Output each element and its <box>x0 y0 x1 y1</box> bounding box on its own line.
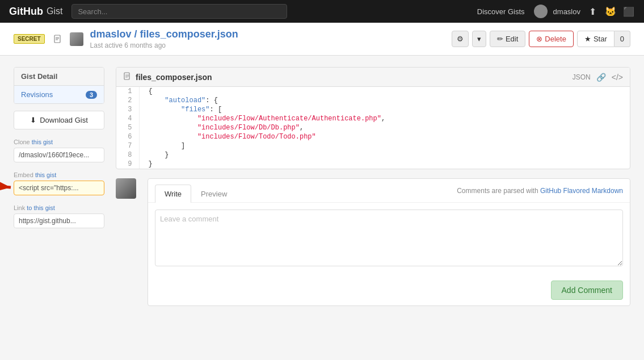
line-code: ] <box>139 141 630 150</box>
avatar <box>534 5 548 18</box>
header-username: dmaslov <box>553 7 580 16</box>
star-button[interactable]: ★ Star <box>577 31 614 47</box>
table-row: 2 "autoload": { <box>116 96 630 105</box>
line-code: } <box>139 150 630 160</box>
line-code: "includes/Flow/Todo/Todo.php" <box>139 132 630 141</box>
pencil-icon: ✏ <box>497 35 503 43</box>
clone-section: Clone this gist <box>14 139 104 165</box>
table-row: 3 "files": [ <box>116 105 630 114</box>
file-box: files_composer.json JSON 🔗 </> 1 { 2 <box>116 67 630 169</box>
code-table: 1 { 2 "autoload": { 3 "files": [ <box>116 87 630 169</box>
line-code: "autoload": { <box>139 96 630 105</box>
user-avatar <box>70 32 83 46</box>
line-code: "includes/Flow/Authenticate/Authenticate… <box>139 114 630 123</box>
table-row: 8 } <box>116 150 630 160</box>
file-name: files_composer.json <box>136 73 212 82</box>
gist-username: dmaslov <box>90 28 132 40</box>
table-row: 6 "includes/Flow/Todo/Todo.php" <box>116 132 630 141</box>
delete-button[interactable]: ⊗ Delete <box>529 31 574 47</box>
red-arrow <box>0 175 16 203</box>
search-input[interactable] <box>71 4 287 19</box>
comment-parsed-info: Comments are parsed with GitHub Flavored… <box>457 187 623 200</box>
line-number: 4 <box>116 114 139 123</box>
gfm-link[interactable]: GitHub Flavored Markdown <box>540 187 623 195</box>
discover-gists-link[interactable]: Discover Gists <box>477 7 525 16</box>
header-actions: dmaslov ⬆ 🐱 ⬛ <box>534 5 635 18</box>
link-section: Link to this gist <box>14 204 104 231</box>
logo: GitHub Gist <box>9 6 62 18</box>
line-code: "files": [ <box>139 105 630 114</box>
revisions-count: 3 <box>86 91 97 99</box>
sidebar: Gist Detail Revisions 3 ⬇ Download Gist … <box>14 67 104 306</box>
last-active: Last active 6 months ago <box>90 41 238 49</box>
comment-row: Write Preview Comments are parsed with G… <box>116 178 630 306</box>
main-layout: Gist Detail Revisions 3 ⬇ Download Gist … <box>0 56 644 317</box>
clone-label: Clone this gist <box>14 139 104 145</box>
circle-x-icon: ⊗ <box>536 35 542 43</box>
download-icon: ⬇ <box>30 116 36 124</box>
link-highlight: to this gist <box>27 204 55 211</box>
sidebar-nav: Gist Detail Revisions 3 <box>14 67 104 104</box>
octocat-icon[interactable]: 🐱 <box>604 5 617 18</box>
revisions-label: Revisions <box>21 90 53 99</box>
add-comment-button[interactable]: Add Comment <box>551 281 623 300</box>
file-box-actions: JSON 🔗 </> <box>573 73 623 82</box>
upload-icon[interactable]: ⬆ <box>586 5 599 18</box>
gist-filename: files_composer.json <box>140 28 238 40</box>
comment-header: Write Preview Comments are parsed with G… <box>148 179 630 203</box>
preview-tab[interactable]: Preview <box>191 185 237 203</box>
edit-button[interactable]: ✏ Edit <box>490 31 525 47</box>
star-group: ★ Star 0 <box>577 31 630 47</box>
sidebar-section-title: Gist Detail <box>14 68 104 86</box>
embed-highlight: this gist <box>35 171 56 178</box>
settings-button[interactable]: ⚙ <box>452 31 469 47</box>
signout-icon[interactable]: ⬛ <box>622 5 635 18</box>
comment-body <box>148 203 630 275</box>
gist-title[interactable]: dmaslov / files_composer.json <box>90 28 238 40</box>
subheader: SECRET dmaslov / files_composer.json Las… <box>0 23 644 56</box>
file-icon <box>52 34 63 45</box>
line-number: 3 <box>116 105 139 114</box>
write-tab[interactable]: Write <box>155 185 191 203</box>
embed-input[interactable] <box>14 181 104 195</box>
clone-highlight: this gist <box>32 139 53 145</box>
table-row: 5 "includes/Flow/Db/Db.php", <box>116 123 630 132</box>
link-label: Link to this gist <box>14 204 104 211</box>
table-row: 1 { <box>116 87 630 96</box>
download-gist-button[interactable]: ⬇ Download Gist <box>14 111 104 129</box>
content: files_composer.json JSON 🔗 </> 1 { 2 <box>116 67 630 306</box>
comment-footer: Add Comment <box>148 275 630 305</box>
sidebar-item-revisions[interactable]: Revisions 3 <box>14 86 104 103</box>
link-icon[interactable]: 🔗 <box>596 73 606 82</box>
line-number: 7 <box>116 141 139 150</box>
link-input[interactable] <box>14 214 104 228</box>
code-area: 1 { 2 "autoload": { 3 "files": [ <box>116 87 630 169</box>
line-code: { <box>139 87 630 96</box>
code-icon[interactable]: </> <box>612 73 623 82</box>
comment-textarea[interactable] <box>155 210 623 266</box>
table-row: 7 ] <box>116 141 630 150</box>
star-count: 0 <box>614 31 630 47</box>
star-icon: ★ <box>584 35 591 43</box>
table-row: 9 } <box>116 160 630 169</box>
line-number: 2 <box>116 96 139 105</box>
title-wrap: dmaslov / files_composer.json Last activ… <box>90 28 238 49</box>
line-number: 1 <box>116 87 139 96</box>
embed-section: Embed this gist <box>14 171 104 198</box>
file-box-header: files_composer.json JSON 🔗 </> <box>116 68 630 87</box>
line-number: 5 <box>116 123 139 132</box>
comment-section: Write Preview Comments are parsed with G… <box>148 178 630 306</box>
embed-label: Embed this gist <box>14 171 104 178</box>
table-row: 4 "includes/Flow/Authenticate/Authentica… <box>116 114 630 123</box>
line-code: } <box>139 160 630 169</box>
line-number: 9 <box>116 160 139 169</box>
separator: / <box>132 28 140 40</box>
line-number: 6 <box>116 132 139 141</box>
logo-gist: Gist <box>47 6 62 16</box>
line-code: "includes/Flow/Db/Db.php", <box>139 123 630 132</box>
file-type: JSON <box>573 73 591 81</box>
clone-input[interactable] <box>14 148 104 162</box>
header: GitHub Gist Discover Gists dmaslov ⬆ 🐱 ⬛ <box>0 0 644 23</box>
file-box-icon <box>123 72 131 82</box>
dropdown-button[interactable]: ▾ <box>472 31 486 47</box>
